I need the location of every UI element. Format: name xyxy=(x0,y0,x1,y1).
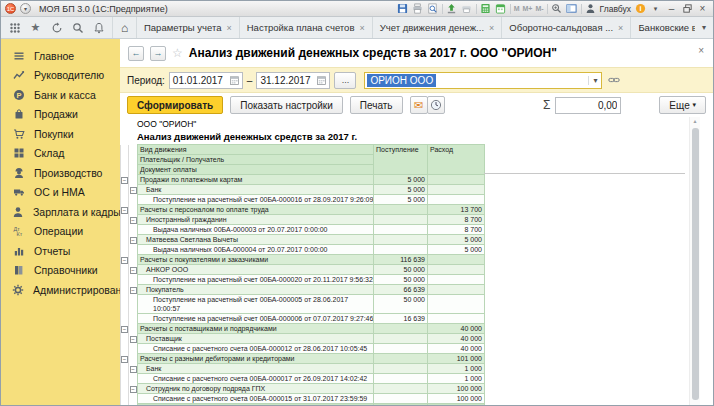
expense-value-cell[interactable]: 13 700 xyxy=(428,205,485,215)
collapse-icon[interactable]: − xyxy=(130,386,137,393)
generate-button[interactable]: Сформировать xyxy=(127,96,223,114)
sidebar-item-банк-и-касса[interactable]: РБанк и касса xyxy=(1,85,120,105)
collapse-icon[interactable]: − xyxy=(130,237,137,244)
calendar-picker-icon[interactable] xyxy=(229,75,240,86)
income-value-cell[interactable]: 16 639 xyxy=(374,314,428,324)
row-label-cell[interactable]: Продажи по платежным картам xyxy=(138,175,374,185)
income-value-cell[interactable]: 5 000 xyxy=(374,195,428,205)
organization-input[interactable]: ОРИОН ООО ▾ xyxy=(364,72,602,89)
expense-value-cell[interactable] xyxy=(428,175,485,185)
row-label-cell[interactable]: Покупатель xyxy=(138,285,374,295)
expense-value-cell[interactable]: 8 700 xyxy=(428,225,485,235)
income-value-cell[interactable] xyxy=(374,235,428,245)
sidebar-item-справочники[interactable]: Справочники xyxy=(1,261,120,281)
expense-value-cell[interactable]: 1 000 xyxy=(428,364,485,374)
tab-close-icon[interactable]: × xyxy=(359,23,364,33)
export-icon[interactable] xyxy=(446,3,458,15)
expense-value-cell[interactable]: 40 000 xyxy=(428,324,485,334)
expense-value-cell[interactable]: 40 000 xyxy=(428,344,485,354)
date-to-input[interactable]: 31.12.2017 xyxy=(256,72,330,89)
expense-value-cell[interactable]: 5 000 xyxy=(428,245,485,255)
show-settings-button[interactable]: Показать настройки xyxy=(230,96,343,114)
tab-list-button[interactable]: ▾ xyxy=(695,17,713,38)
favorite-star-icon[interactable]: ☆ xyxy=(172,46,183,60)
row-label-cell[interactable]: Расчеты с поставщиками и подрядчиками xyxy=(138,324,374,334)
collapse-icon[interactable]: − xyxy=(121,356,128,363)
income-value-cell[interactable]: 50 000 xyxy=(374,275,428,285)
sidebar-item-продажи[interactable]: Продажи xyxy=(1,105,120,125)
income-value-cell[interactable] xyxy=(374,324,428,334)
notifications-bell-icon[interactable] xyxy=(89,19,108,37)
calendar-picker-icon[interactable] xyxy=(316,75,327,86)
print-settings-icon[interactable] xyxy=(461,3,473,15)
row-label-cell[interactable]: Выдача наличных 00БА-000003 от 20.07.201… xyxy=(138,225,374,235)
system-caret-icon[interactable]: ▾ xyxy=(20,3,31,14)
row-label-cell[interactable]: Поступление на расчетный счет 00БА-00002… xyxy=(138,275,374,285)
vertical-scrollbar[interactable]: ▲ xyxy=(689,117,700,405)
expense-value-cell[interactable] xyxy=(428,275,485,285)
income-value-cell[interactable]: 50 000 xyxy=(374,265,428,275)
minimize-button[interactable]: – xyxy=(665,4,678,14)
sidebar-item-покупки[interactable]: Покупки xyxy=(1,124,120,144)
row-label-cell[interactable]: Списание с расчетного счета 00БА-000015 … xyxy=(138,394,374,404)
sidebar-item-администрирование[interactable]: Администрирование xyxy=(1,280,120,300)
row-label-cell[interactable]: Списание с расчетного счета 00БА-000012 … xyxy=(138,344,374,354)
income-value-cell[interactable]: 5 000 xyxy=(374,185,428,195)
income-value-cell[interactable] xyxy=(374,364,428,374)
expense-value-cell[interactable] xyxy=(428,285,485,295)
expense-value-cell[interactable]: 154 700 xyxy=(428,404,485,406)
collapse-icon[interactable]: − xyxy=(130,217,137,224)
income-value-cell[interactable] xyxy=(374,384,428,394)
scroll-up-icon[interactable]: ▲ xyxy=(690,118,700,124)
expense-value-cell[interactable]: 100 000 xyxy=(428,384,485,394)
tab-turnover-balance[interactable]: Оборотно-сальдовая ...× xyxy=(502,17,631,38)
report-org[interactable]: ООО "ОРИОН" xyxy=(137,119,713,130)
row-label-cell[interactable]: Расчеты с персоналом по оплате труда xyxy=(138,205,374,215)
collapse-icon[interactable]: − xyxy=(121,177,128,184)
income-value-cell[interactable]: 5 000 xyxy=(374,175,428,185)
organization-caret-icon[interactable]: ▾ xyxy=(588,76,601,85)
back-button[interactable]: ← xyxy=(128,46,144,61)
row-label-cell[interactable]: Поставщик xyxy=(138,334,374,344)
sidebar-item-главное[interactable]: Главное xyxy=(1,46,120,66)
close-form-icon[interactable]: × xyxy=(698,45,704,56)
info-icon[interactable]: i xyxy=(634,3,646,15)
collapse-icon[interactable]: − xyxy=(121,326,128,333)
collapse-icon[interactable]: − xyxy=(130,187,137,194)
tab-close-icon[interactable]: × xyxy=(618,23,623,33)
tab-close-icon[interactable]: × xyxy=(226,23,231,33)
row-label-cell[interactable]: Итого xyxy=(138,404,374,406)
tab-chart-of-accounts[interactable]: Настройка плана счетов× xyxy=(240,17,373,38)
period-more-button[interactable]: ... xyxy=(334,72,356,89)
system-menu-icon[interactable]: 1C xyxy=(5,3,16,14)
row-label-cell[interactable]: Выдача наличных 00БА-000004 от 20.07.201… xyxy=(138,245,374,255)
sidebar-item-операции[interactable]: ДтКтОперации xyxy=(1,222,120,242)
home-tab[interactable]: ⌂ xyxy=(113,17,137,38)
close-window-button[interactable]: × xyxy=(696,4,709,14)
history-icon[interactable] xyxy=(47,19,66,37)
income-value-cell[interactable] xyxy=(374,394,428,404)
expense-value-cell[interactable]: 5 000 xyxy=(428,235,485,245)
row-label-cell[interactable]: Поступление на расчетный счет 00БА-00000… xyxy=(138,314,374,324)
sum-input[interactable] xyxy=(555,97,621,114)
income-value-cell[interactable] xyxy=(374,334,428,344)
expense-value-cell[interactable]: 8 700 xyxy=(428,215,485,225)
collapse-icon[interactable]: − xyxy=(130,336,137,343)
sidebar-item-руководителю[interactable]: Руководителю xyxy=(1,66,120,86)
zoom-icon[interactable] xyxy=(551,3,563,15)
collapse-icon[interactable]: − xyxy=(130,267,137,274)
income-value-cell[interactable] xyxy=(374,344,428,354)
print-button[interactable]: Печать xyxy=(350,96,403,114)
expense-value-cell[interactable]: 40 000 xyxy=(428,334,485,344)
income-value-cell[interactable] xyxy=(374,205,428,215)
calendar-icon[interactable] xyxy=(495,3,507,15)
report-title[interactable]: Анализ движений денежных средств за 2017… xyxy=(137,130,713,144)
income-value-cell[interactable]: 66 639 xyxy=(374,285,428,295)
income-value-cell[interactable] xyxy=(374,374,428,384)
income-value-cell[interactable] xyxy=(374,245,428,255)
sidebar-item-ос-и-нма[interactable]: ОС и НМА xyxy=(1,183,120,203)
print-icon[interactable] xyxy=(412,3,424,15)
tab-accounting-parameters[interactable]: Параметры учета× xyxy=(137,17,240,38)
expense-value-cell[interactable] xyxy=(428,255,485,265)
info-caret-icon[interactable]: ▾ xyxy=(649,4,662,14)
